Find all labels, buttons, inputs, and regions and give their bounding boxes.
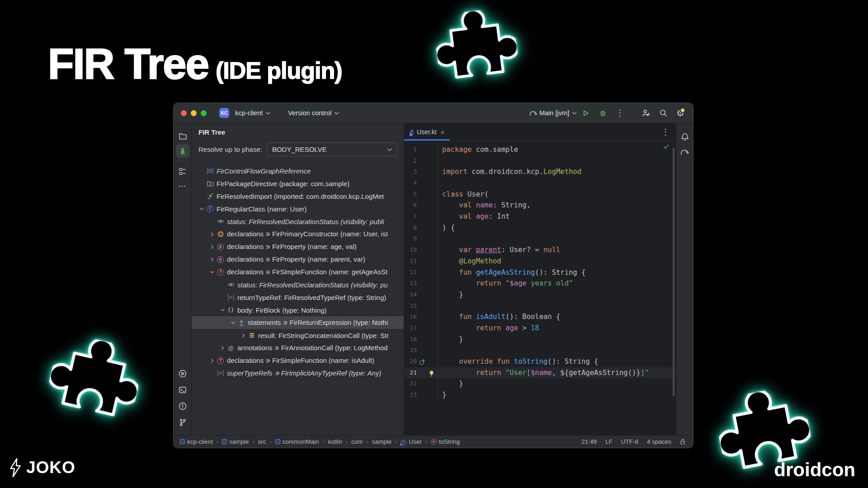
- code-line[interactable]: 3import com.droidcon.kcp.LogMethod: [404, 166, 676, 178]
- phase-select[interactable]: BODY_RESOLVE: [267, 142, 397, 156]
- code-line[interactable]: 9: [404, 234, 676, 245]
- code-line[interactable]: 7 val age: Int: [404, 211, 676, 222]
- statusbar-item[interactable]: UTF-8: [621, 438, 638, 445]
- tree-label: declarations ∍ FirSimpleFunction (name: …: [227, 268, 387, 276]
- minimize-window-button[interactable]: [191, 110, 197, 116]
- tree-row[interactable]: result: FirStringConcatenationCall (type…: [192, 329, 404, 342]
- tree-row[interactable]: FirControlFlowGraphReference: [192, 164, 404, 177]
- editor-scrollbar[interactable]: [673, 147, 675, 397]
- git-branch-icon[interactable]: [176, 416, 189, 429]
- breadcrumb-item[interactable]: sample: [222, 438, 249, 445]
- code-line[interactable]: 19: [404, 345, 676, 356]
- statusbar-item[interactable]: 4 spaces: [647, 438, 671, 445]
- terminal-icon[interactable]: [176, 383, 189, 397]
- chevron-down-icon[interactable]: [219, 307, 226, 313]
- tree-row[interactable]: status: FirResolvedDeclarationStatus (vi…: [192, 215, 404, 228]
- tree-row[interactable]: pdeclarations ∍ FirProperty (name: paren…: [192, 253, 404, 266]
- line-number: 15: [404, 300, 417, 312]
- code-line[interactable]: 18 }: [404, 334, 676, 345]
- code-line[interactable]: 16 fun isAdult(): Boolean {: [404, 311, 676, 323]
- code-line[interactable]: 14 }: [404, 289, 676, 300]
- tab-user-kt[interactable]: C User.kt ×: [404, 123, 450, 141]
- fir-tree-icon[interactable]: [176, 144, 189, 158]
- statusbar-item[interactable]: LF: [605, 438, 613, 445]
- run-button[interactable]: [580, 108, 591, 118]
- ide-window: KC kcp-client Version control Main [jvm]…: [173, 103, 693, 448]
- chevron-right-icon[interactable]: [240, 333, 247, 338]
- close-icon[interactable]: ×: [441, 128, 445, 136]
- code-line[interactable]: 22 }: [404, 378, 676, 389]
- tree-row[interactable]: CFirRegularClass (name: User): [192, 202, 404, 215]
- tree-row[interactable]: superTypeRefs ∍ FirImplicitAnyTypeRef (t…: [192, 367, 404, 380]
- code-line[interactable]: 2: [404, 155, 676, 167]
- tree-row[interactable]: returnTypeRef: FirResolvedTypeRef (type:…: [192, 291, 404, 304]
- problems-icon[interactable]: [176, 399, 189, 413]
- run-configuration[interactable]: Main [jvm]: [527, 108, 580, 118]
- breadcrumb-item[interactable]: src: [258, 438, 266, 445]
- add-user-button[interactable]: [641, 108, 651, 118]
- breadcrumb-item[interactable]: commonMain: [275, 438, 319, 445]
- chevron-right-icon[interactable]: [208, 358, 216, 364]
- code-line[interactable]: 23}: [404, 389, 676, 401]
- code-line[interactable]: 5class User(: [404, 189, 676, 200]
- tree-row[interactable]: declarations ∍ FirPrimaryConstructor (na…: [192, 228, 404, 240]
- vcs-widget[interactable]: Version control: [285, 108, 342, 118]
- notifications-bell-icon[interactable]: [678, 130, 692, 144]
- breadcrumb-item[interactable]: com: [351, 438, 363, 445]
- gradle-icon[interactable]: [678, 145, 692, 159]
- title-text: FIR Tree: [48, 40, 208, 88]
- code-line[interactable]: 13 return "$age years old": [404, 278, 676, 289]
- run-icon[interactable]: [176, 367, 189, 380]
- tree-row[interactable]: FirPackageDirective (package: com.sample…: [192, 177, 404, 190]
- search-button[interactable]: [658, 108, 669, 118]
- breadcrumb-separator: ›: [425, 439, 427, 445]
- breadcrumb-item[interactable]: CUser: [401, 438, 422, 446]
- chevron-down-icon[interactable]: [208, 269, 216, 275]
- tree-row[interactable]: pdeclarations ∍ FirProperty (name: age, …: [192, 240, 404, 253]
- settings-button[interactable]: ⚙: [675, 108, 686, 118]
- lock-icon[interactable]: [679, 438, 687, 446]
- chevron-down-icon[interactable]: [229, 320, 237, 326]
- tab-options-button[interactable]: ⋮: [661, 128, 670, 136]
- code-area[interactable]: 1package com.sample23import com.droidcon…: [404, 141, 676, 435]
- tree-row[interactable]: fdeclarations ∍ FirSimpleFunction (name:…: [192, 266, 404, 278]
- code-line[interactable]: 4: [404, 178, 676, 189]
- chevron-right-icon[interactable]: [208, 257, 216, 263]
- statusbar-item[interactable]: 21:49: [581, 438, 597, 445]
- chevron-right-icon[interactable]: [208, 244, 216, 250]
- code-line[interactable]: 17 return age > 18: [404, 323, 676, 334]
- chevron-right-icon[interactable]: [219, 345, 226, 351]
- more-tools-icon[interactable]: ⋯: [176, 179, 189, 193]
- breadcrumb-item[interactable]: kcp-client: [180, 438, 213, 445]
- chevron-right-icon[interactable]: [208, 231, 216, 237]
- code-line[interactable]: 1package com.sample: [404, 144, 676, 155]
- code-line[interactable]: 20 override fun toString(): String {: [404, 356, 676, 367]
- code-line[interactable]: 15: [404, 300, 676, 312]
- project-widget[interactable]: KC kcp-client: [217, 106, 274, 120]
- zoom-window-button[interactable]: [201, 110, 207, 116]
- breadcrumb-item[interactable]: kotlin: [328, 438, 343, 445]
- code-line[interactable]: 21 return "User[$name, ${getAgeAsString(…: [404, 367, 676, 379]
- code-line[interactable]: 12 fun getAgeAsString(): String {: [404, 267, 676, 278]
- tree-row[interactable]: @annotations ∍ FirAnnotationCall (type: …: [192, 342, 404, 354]
- tree-row[interactable]: status: FirResolvedDeclarationStatus (vi…: [192, 278, 404, 291]
- close-window-button[interactable]: [181, 110, 187, 116]
- tree-row[interactable]: fdeclarations ∍ FirSimpleFunction (name:…: [192, 354, 404, 367]
- chevron-down-icon[interactable]: [198, 206, 206, 212]
- folder-icon[interactable]: [176, 129, 189, 143]
- code-line[interactable]: 8) {: [404, 222, 676, 234]
- code-line[interactable]: 10 var parent: User? = null: [404, 244, 676, 256]
- tree-label: status: FirResolvedDeclarationStatus (vi…: [227, 218, 384, 225]
- debug-button[interactable]: [597, 108, 608, 118]
- breadcrumb-item[interactable]: mtoString: [431, 438, 460, 445]
- code-line[interactable]: 6 val name: String,: [404, 200, 676, 211]
- tree-row[interactable]: FirResolvedImport (imported: com.droidco…: [192, 190, 404, 202]
- tree-row[interactable]: {}body: FirBlock (type: Nothing): [192, 304, 404, 316]
- code-line[interactable]: 11 @LogMethod: [404, 256, 676, 267]
- breadcrumb-item[interactable]: sample: [372, 438, 392, 445]
- tree-label: status: FirResolvedDeclarationStatus (vi…: [237, 281, 388, 289]
- inspections-ok-icon[interactable]: [663, 143, 670, 152]
- more-actions-button[interactable]: ⋮: [614, 108, 625, 118]
- tree-row[interactable]: statements ∍ FirReturnExpression (type: …: [192, 316, 404, 329]
- structure-icon[interactable]: [176, 164, 189, 178]
